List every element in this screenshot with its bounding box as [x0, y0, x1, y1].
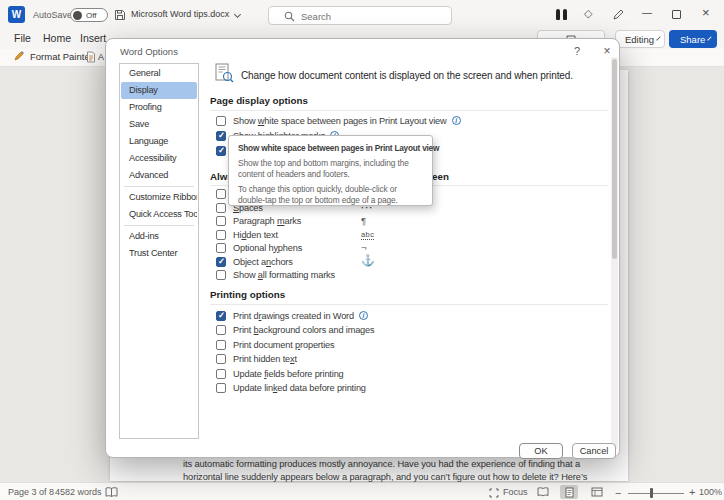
paintbrush-icon [14, 51, 25, 62]
document-text-line: horizontal line suddenly appears below a… [183, 472, 587, 482]
document-title[interactable]: Microsoft Word tips.docx [131, 9, 229, 19]
checkbox[interactable] [216, 146, 226, 156]
section-divider [210, 304, 608, 305]
focus-icon [489, 488, 499, 498]
print-layout-icon[interactable] [560, 485, 578, 499]
zoom-in-button[interactable]: + [689, 486, 695, 498]
dialog-help-button[interactable]: ? [566, 43, 588, 59]
option-print-background[interactable]: Print background colors and images [216, 323, 374, 336]
tab-insert[interactable]: Insert [80, 32, 106, 44]
zoom-out-button[interactable]: − [615, 487, 621, 499]
option-label: Print hidden text [233, 354, 297, 364]
sidebar-item-general[interactable]: General [121, 65, 197, 82]
option-update-linked-data[interactable]: Update linked data before printing [216, 381, 366, 394]
editing-mode-button[interactable]: Editing [615, 30, 665, 48]
toggle-knob-icon [73, 11, 82, 20]
search-input[interactable]: Search [268, 6, 452, 25]
checkbox[interactable] [216, 257, 226, 267]
sidebar-item-proofing[interactable]: Proofing [121, 99, 197, 116]
dialog-scrollbar-thumb[interactable] [612, 59, 617, 259]
tab-home[interactable]: Home [43, 32, 71, 44]
close-button[interactable]: × [702, 5, 710, 20]
style-button[interactable]: A [86, 51, 104, 63]
info-icon[interactable] [452, 116, 461, 125]
checkbox[interactable] [216, 354, 226, 364]
sidebar-item-trust-center[interactable]: Trust Center [121, 245, 197, 262]
share-button[interactable]: Share [669, 30, 717, 48]
option-paragraph-marks[interactable]: Paragraph marks ¶ [216, 214, 301, 227]
word-count[interactable]: 4582 words [55, 487, 102, 497]
option-hidden-text[interactable]: Hidden text abc [216, 228, 278, 241]
option-print-hidden-text[interactable]: Print hidden text [216, 352, 297, 365]
checkbox[interactable] [216, 230, 226, 240]
option-update-fields[interactable]: Update fields before printing [216, 367, 344, 380]
sidebar-separator [124, 225, 194, 226]
checkbox[interactable] [216, 340, 226, 350]
sidebar-item-advanced[interactable]: Advanced [121, 167, 197, 184]
checkbox[interactable] [216, 383, 226, 393]
title-chevron-down-icon[interactable] [234, 11, 241, 18]
page-indicator[interactable]: Page 3 of 8 [8, 487, 54, 497]
web-layout-icon[interactable] [588, 485, 606, 499]
sidebar-item-add-ins[interactable]: Add-ins [121, 228, 197, 245]
maximize-button[interactable] [672, 10, 681, 19]
section-divider [210, 110, 608, 111]
cancel-button[interactable]: Cancel [572, 443, 616, 459]
dialog-scrollbar[interactable] [611, 57, 618, 452]
option-label: Update fields before printing [233, 369, 344, 379]
presence-icon[interactable] [556, 9, 567, 20]
option-show-all-formatting-marks[interactable]: Show all formatting marks [216, 268, 335, 281]
option-label: Print background colors and images [233, 325, 374, 335]
checkbox[interactable] [216, 243, 226, 253]
sidebar-item-save[interactable]: Save [121, 116, 197, 133]
section-heading-printing: Printing options [210, 289, 285, 300]
autosave-toggle[interactable]: Off [70, 8, 108, 22]
save-icon[interactable] [114, 9, 126, 21]
sidebar-item-quick-access-toolbar[interactable]: Quick Access Toolbar [121, 206, 197, 223]
format-painter-label: Format Painter [30, 51, 93, 62]
checkbox[interactable] [216, 270, 226, 280]
premium-diamond-icon[interactable]: ◇ [584, 7, 592, 20]
sidebar-separator [124, 186, 194, 187]
word-window: W AutoSave Off Microsoft Word tips.docx … [0, 0, 724, 500]
option-optional-hyphens[interactable]: Optional hyphens ¬ [216, 241, 302, 254]
document-text-line: its automatic formatting produces mostly… [183, 459, 580, 469]
format-painter-button[interactable]: Format Painter [14, 51, 93, 62]
checkbox[interactable] [216, 216, 226, 226]
read-mode-icon[interactable] [534, 485, 552, 499]
checkbox[interactable] [216, 131, 226, 141]
pen-icon[interactable] [612, 9, 624, 21]
checkbox[interactable] [216, 369, 226, 379]
minimize-button[interactable]: — [642, 7, 652, 18]
zoom-slider-track[interactable] [628, 493, 684, 494]
checkbox[interactable] [216, 203, 226, 213]
tab-file[interactable]: File [14, 32, 31, 44]
zoom-slider-thumb[interactable] [650, 488, 653, 498]
sidebar-item-accessibility[interactable]: Accessibility [121, 150, 197, 167]
sidebar-item-language[interactable]: Language [121, 133, 197, 150]
tooltip-title: Show white space between pages in Print … [238, 143, 423, 153]
option-show-white-space[interactable]: Show white space between pages in Print … [216, 114, 461, 127]
autosave-state: Off [86, 11, 97, 20]
focus-button[interactable]: Focus [503, 487, 528, 497]
zoom-level[interactable]: 100% [699, 487, 722, 497]
option-object-anchors[interactable]: Object anchors ⚓ [216, 255, 293, 268]
checkbox[interactable] [216, 325, 226, 335]
ok-button[interactable]: OK [519, 443, 563, 459]
display-options-icon [213, 62, 235, 84]
chevron-down-icon [708, 36, 712, 40]
hyphen-mark-glyph: ¬ [361, 242, 367, 253]
sidebar-item-customize-ribbon[interactable]: Customize Ribbon [121, 189, 197, 206]
printing-options: Print drawings created in Word Print bac… [216, 309, 611, 399]
option-print-drawings[interactable]: Print drawings created in Word [216, 309, 368, 322]
sidebar-item-display[interactable]: Display [121, 82, 197, 99]
info-icon[interactable] [359, 311, 368, 320]
title-bar: W AutoSave Off Microsoft Word tips.docx … [0, 0, 724, 30]
option-print-properties[interactable]: Print document properties [216, 338, 334, 351]
checkbox[interactable] [216, 189, 226, 199]
options-category-list: General Display Proofing Save Language A… [119, 63, 199, 439]
proofing-icon[interactable] [105, 487, 118, 498]
option-label: Print document properties [233, 340, 334, 350]
checkbox[interactable] [216, 311, 226, 321]
checkbox[interactable] [216, 116, 226, 126]
